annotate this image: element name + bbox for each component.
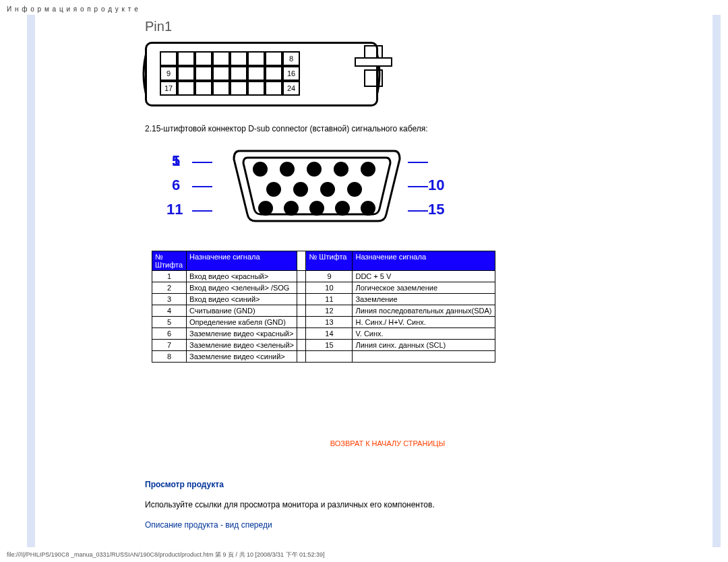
col-pin-left: № Штифта <box>152 251 187 271</box>
dsub-connector-diagram: 1 6 11 5 10 15 <box>172 143 455 230</box>
col-signal-left: Назначение сигнала <box>187 251 297 271</box>
dsub-intro-text: 2.15-штифтовой коннектор D-sub connector… <box>145 124 428 133</box>
dvi-shell: 8 916 1724 <box>145 42 378 106</box>
page: И н ф о р м а ц и я о п р о д у к т е Pi… <box>0 0 728 562</box>
footer-path: file:///I|/PHILIPS/190C8 _manua_0331/RUS… <box>7 551 325 559</box>
back-to-top-link[interactable]: ВОЗВРАТ К НАЧАЛУ СТРАНИЦЫ <box>145 439 630 447</box>
right-margin-rail <box>712 15 721 547</box>
pin1-label: Pin1 <box>145 19 172 34</box>
pin-assignment-table: № Штифта Назначение сигнала № Штифта Наз… <box>152 251 495 363</box>
dvi-connector-diagram: 8 916 1724 <box>145 42 378 106</box>
front-view-link[interactable]: Описание продукта - вид спереди <box>145 520 272 530</box>
product-view-body: Используйте ссылки для просмотра монитор… <box>145 500 435 509</box>
left-margin-rail <box>27 15 35 547</box>
product-view-heading: Просмотр продукта <box>145 480 224 489</box>
col-pin-right: № Штифта <box>306 251 353 271</box>
page-header-breadcrumb: И н ф о р м а ц и я о п р о д у к т е <box>0 0 728 13</box>
col-signal-right: Назначение сигнала <box>353 251 495 271</box>
